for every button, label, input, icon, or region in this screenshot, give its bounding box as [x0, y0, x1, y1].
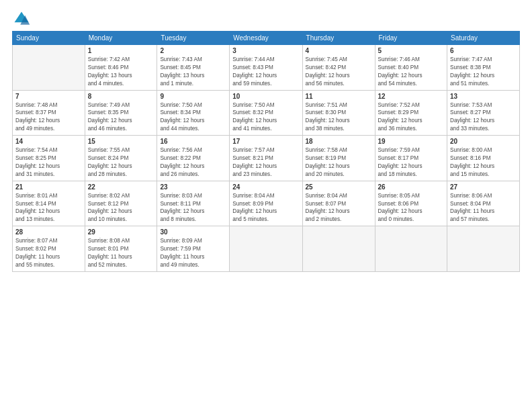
day-number: 9 — [160, 93, 226, 100]
day-info: Sunrise: 7:55 AM Sunset: 8:24 PM Dayligh… — [88, 146, 154, 179]
calendar-cell — [13, 45, 85, 91]
calendar-cell: 26Sunrise: 8:05 AM Sunset: 8:06 PM Dayli… — [375, 181, 447, 226]
calendar-cell: 21Sunrise: 8:01 AM Sunset: 8:14 PM Dayli… — [13, 181, 85, 226]
day-number: 25 — [306, 183, 372, 191]
calendar-cell: 14Sunrise: 7:54 AM Sunset: 8:25 PM Dayli… — [13, 136, 85, 181]
day-info: Sunrise: 7:54 AM Sunset: 8:25 PM Dayligh… — [15, 146, 82, 179]
calendar-cell: 19Sunrise: 7:59 AM Sunset: 8:17 PM Dayli… — [375, 136, 447, 181]
calendar-cell: 7Sunrise: 7:48 AM Sunset: 8:37 PM Daylig… — [13, 90, 85, 136]
weekday-header-thursday: Thursday — [302, 32, 375, 45]
calendar-cell: 12Sunrise: 7:52 AM Sunset: 8:29 PM Dayli… — [375, 90, 447, 136]
day-info: Sunrise: 7:56 AM Sunset: 8:22 PM Dayligh… — [160, 146, 226, 179]
calendar-week-2: 7Sunrise: 7:48 AM Sunset: 8:37 PM Daylig… — [13, 90, 520, 136]
day-number: 28 — [15, 228, 82, 236]
day-number: 22 — [88, 183, 154, 191]
day-info: Sunrise: 7:50 AM Sunset: 8:32 PM Dayligh… — [232, 101, 299, 134]
header — [12, 9, 520, 28]
page: SundayMondayTuesdayWednesdayThursdayFrid… — [0, 0, 532, 411]
day-number: 20 — [450, 138, 517, 145]
day-info: Sunrise: 8:04 AM Sunset: 8:09 PM Dayligh… — [232, 192, 299, 224]
day-number: 5 — [378, 47, 445, 54]
calendar-cell: 30Sunrise: 8:09 AM Sunset: 7:59 PM Dayli… — [157, 226, 230, 272]
day-number: 14 — [15, 138, 82, 145]
logo-icon — [12, 9, 31, 28]
calendar-cell — [302, 226, 375, 272]
weekday-header-monday: Monday — [85, 32, 157, 45]
day-info: Sunrise: 7:59 AM Sunset: 8:17 PM Dayligh… — [378, 146, 445, 179]
day-number: 18 — [306, 138, 372, 145]
calendar-week-5: 28Sunrise: 8:07 AM Sunset: 8:02 PM Dayli… — [13, 226, 520, 272]
day-info: Sunrise: 8:03 AM Sunset: 8:11 PM Dayligh… — [160, 192, 226, 224]
calendar-cell: 29Sunrise: 8:08 AM Sunset: 8:01 PM Dayli… — [85, 226, 157, 272]
day-info: Sunrise: 7:45 AM Sunset: 8:42 PM Dayligh… — [306, 56, 372, 88]
day-info: Sunrise: 8:01 AM Sunset: 8:14 PM Dayligh… — [15, 192, 82, 224]
calendar-cell: 18Sunrise: 7:58 AM Sunset: 8:19 PM Dayli… — [302, 136, 375, 181]
day-info: Sunrise: 8:08 AM Sunset: 8:01 PM Dayligh… — [88, 237, 154, 269]
day-number: 8 — [88, 93, 154, 100]
calendar-cell: 6Sunrise: 7:47 AM Sunset: 8:38 PM Daylig… — [447, 45, 520, 91]
day-info: Sunrise: 7:57 AM Sunset: 8:21 PM Dayligh… — [232, 146, 299, 179]
day-number: 1 — [88, 47, 154, 54]
day-number: 19 — [378, 138, 445, 145]
day-number: 4 — [306, 47, 372, 54]
weekday-header-friday: Friday — [375, 32, 447, 45]
day-number: 11 — [306, 93, 372, 100]
day-number: 29 — [88, 228, 154, 236]
day-info: Sunrise: 7:53 AM Sunset: 8:27 PM Dayligh… — [450, 101, 517, 134]
calendar-cell: 17Sunrise: 7:57 AM Sunset: 8:21 PM Dayli… — [230, 136, 302, 181]
day-number: 27 — [450, 183, 517, 191]
calendar-cell: 4Sunrise: 7:45 AM Sunset: 8:42 PM Daylig… — [302, 45, 375, 91]
calendar-cell: 25Sunrise: 8:04 AM Sunset: 8:07 PM Dayli… — [302, 181, 375, 226]
day-number: 12 — [378, 93, 445, 100]
day-info: Sunrise: 8:09 AM Sunset: 7:59 PM Dayligh… — [160, 237, 226, 269]
weekday-header-wednesday: Wednesday — [230, 32, 302, 45]
day-number: 16 — [160, 138, 226, 145]
day-info: Sunrise: 8:06 AM Sunset: 8:04 PM Dayligh… — [450, 192, 517, 224]
day-number: 30 — [160, 228, 226, 236]
calendar-cell: 20Sunrise: 8:00 AM Sunset: 8:16 PM Dayli… — [447, 136, 520, 181]
calendar-header-row: SundayMondayTuesdayWednesdayThursdayFrid… — [13, 32, 520, 45]
day-info: Sunrise: 7:50 AM Sunset: 8:34 PM Dayligh… — [160, 101, 226, 134]
calendar-week-3: 14Sunrise: 7:54 AM Sunset: 8:25 PM Dayli… — [13, 136, 520, 181]
weekday-header-saturday: Saturday — [447, 32, 520, 45]
day-number: 13 — [450, 93, 517, 100]
calendar-week-4: 21Sunrise: 8:01 AM Sunset: 8:14 PM Dayli… — [13, 181, 520, 226]
day-number: 7 — [15, 93, 82, 100]
day-info: Sunrise: 7:58 AM Sunset: 8:19 PM Dayligh… — [306, 146, 372, 179]
day-info: Sunrise: 7:51 AM Sunset: 8:30 PM Dayligh… — [306, 101, 372, 134]
day-info: Sunrise: 7:44 AM Sunset: 8:43 PM Dayligh… — [232, 56, 299, 88]
calendar-cell: 5Sunrise: 7:46 AM Sunset: 8:40 PM Daylig… — [375, 45, 447, 91]
day-number: 23 — [160, 183, 226, 191]
calendar-cell — [375, 226, 447, 272]
calendar-cell: 27Sunrise: 8:06 AM Sunset: 8:04 PM Dayli… — [447, 181, 520, 226]
day-info: Sunrise: 8:00 AM Sunset: 8:16 PM Dayligh… — [450, 146, 517, 179]
day-number: 15 — [88, 138, 154, 145]
day-info: Sunrise: 7:49 AM Sunset: 8:35 PM Dayligh… — [88, 101, 154, 134]
calendar-cell: 28Sunrise: 8:07 AM Sunset: 8:02 PM Dayli… — [13, 226, 85, 272]
calendar-cell: 15Sunrise: 7:55 AM Sunset: 8:24 PM Dayli… — [85, 136, 157, 181]
calendar-cell: 2Sunrise: 7:43 AM Sunset: 8:45 PM Daylig… — [157, 45, 230, 91]
day-info: Sunrise: 7:46 AM Sunset: 8:40 PM Dayligh… — [378, 56, 445, 88]
weekday-header-tuesday: Tuesday — [157, 32, 230, 45]
day-number: 17 — [232, 138, 299, 145]
calendar-cell: 23Sunrise: 8:03 AM Sunset: 8:11 PM Dayli… — [157, 181, 230, 226]
calendar-cell: 10Sunrise: 7:50 AM Sunset: 8:32 PM Dayli… — [230, 90, 302, 136]
day-number: 3 — [232, 47, 299, 54]
day-number: 26 — [378, 183, 445, 191]
calendar-cell: 3Sunrise: 7:44 AM Sunset: 8:43 PM Daylig… — [230, 45, 302, 91]
calendar-cell: 1Sunrise: 7:42 AM Sunset: 8:46 PM Daylig… — [85, 45, 157, 91]
day-info: Sunrise: 7:52 AM Sunset: 8:29 PM Dayligh… — [378, 101, 445, 134]
calendar-week-1: 1Sunrise: 7:42 AM Sunset: 8:46 PM Daylig… — [13, 45, 520, 91]
day-number: 6 — [450, 47, 517, 54]
day-info: Sunrise: 7:47 AM Sunset: 8:38 PM Dayligh… — [450, 56, 517, 88]
day-number: 10 — [232, 93, 299, 100]
logo — [12, 9, 34, 28]
day-info: Sunrise: 8:02 AM Sunset: 8:12 PM Dayligh… — [88, 192, 154, 224]
calendar-cell: 16Sunrise: 7:56 AM Sunset: 8:22 PM Dayli… — [157, 136, 230, 181]
day-number: 2 — [160, 47, 226, 54]
calendar-cell — [447, 226, 520, 272]
calendar-cell: 24Sunrise: 8:04 AM Sunset: 8:09 PM Dayli… — [230, 181, 302, 226]
day-number: 24 — [232, 183, 299, 191]
calendar-cell — [230, 226, 302, 272]
day-number: 21 — [15, 183, 82, 191]
